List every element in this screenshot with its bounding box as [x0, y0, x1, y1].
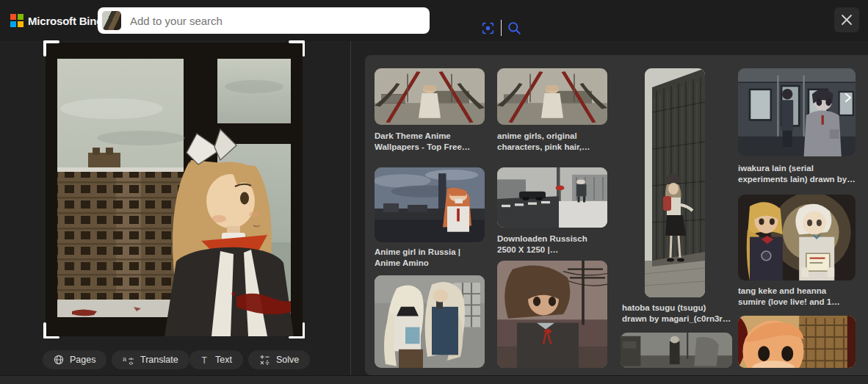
- related-caption[interactable]: tang keke and heanna sumire (love live! …: [738, 286, 856, 308]
- microsoft-logo-icon[interactable]: [10, 14, 23, 27]
- text-button[interactable]: T Text: [189, 350, 243, 369]
- bing-visual-search-page: Microsoft Bing: [0, 0, 868, 384]
- page-bottom-strip: [0, 375, 868, 384]
- pages-button[interactable]: Pages: [43, 350, 106, 369]
- translate-button[interactable]: a Translate: [112, 350, 189, 369]
- panel-divider: [350, 41, 351, 375]
- translate-icon: a: [123, 355, 134, 365]
- search-bar[interactable]: [98, 7, 430, 34]
- svg-text:T: T: [202, 355, 208, 365]
- viewer-action-bar: Pages a Translate T Text: [0, 350, 350, 369]
- crop-handle-top-right[interactable]: [289, 40, 305, 57]
- related-caption[interactable]: Downloaden Russisch 2500 X 1250 | Wallpa…: [497, 233, 607, 256]
- related-image-swing-scene-2[interactable]: [497, 68, 607, 125]
- search-icon[interactable]: [507, 21, 522, 36]
- related-image-orange-city-girl[interactable]: [738, 316, 856, 368]
- related-image-two-girls-interior[interactable]: [375, 275, 485, 368]
- related-image-fence-walk[interactable]: [645, 68, 705, 297]
- solve-button[interactable]: Solve: [248, 350, 310, 369]
- query-image: [46, 43, 303, 336]
- text-icon: T: [200, 355, 209, 365]
- related-caption[interactable]: Dark Theme Anime Wallpapers - Top Free D…: [375, 131, 483, 153]
- search-input[interactable]: [129, 9, 466, 32]
- globe-icon: [54, 355, 64, 365]
- query-image-artwork: [46, 43, 303, 336]
- search-icon-separator: [501, 20, 502, 36]
- related-images-panel: Dark Theme Anime Wallpapers - Top Free D…: [365, 55, 868, 375]
- related-image-portrait-power-lines[interactable]: [497, 261, 607, 368]
- brand-title[interactable]: Microsoft Bing: [28, 0, 103, 41]
- solve-icon: [259, 355, 270, 365]
- close-button[interactable]: [834, 7, 859, 32]
- related-caption[interactable]: hatoba tsugu (tsugu) drawn by magari_(c0…: [622, 303, 732, 325]
- related-caption[interactable]: anime girls, original characters, pink h…: [497, 131, 607, 153]
- solve-label: Solve: [276, 355, 299, 365]
- related-image-winter-street[interactable]: [497, 167, 607, 228]
- crop-handle-top-left[interactable]: [43, 40, 59, 57]
- query-image-thumbnail[interactable]: [102, 11, 121, 30]
- text-label: Text: [215, 355, 232, 365]
- translate-label: Translate: [140, 355, 178, 365]
- related-image-gray-street-scene[interactable]: [621, 333, 732, 368]
- related-caption[interactable]: iwakura lain (serial experiments lain) d…: [738, 163, 856, 185]
- related-caption[interactable]: Anime girl in Russia | Anime Amino: [375, 247, 483, 269]
- svg-text:a: a: [123, 355, 126, 363]
- close-icon: [839, 12, 854, 27]
- pages-label: Pages: [70, 355, 95, 365]
- related-image-train-interior[interactable]: [738, 68, 856, 156]
- visual-search-camera-icon[interactable]: [480, 21, 496, 36]
- related-image-swing-scene-1[interactable]: [375, 68, 485, 125]
- related-image-city-girl[interactable]: [375, 167, 485, 242]
- related-image-spotlight-duo[interactable]: [738, 195, 856, 280]
- crop-handle-bottom-left[interactable]: [43, 322, 59, 338]
- crop-handle-bottom-right[interactable]: [289, 322, 305, 338]
- expand-result-chevron-icon[interactable]: [842, 92, 854, 104]
- top-bar: Microsoft Bing: [0, 0, 868, 41]
